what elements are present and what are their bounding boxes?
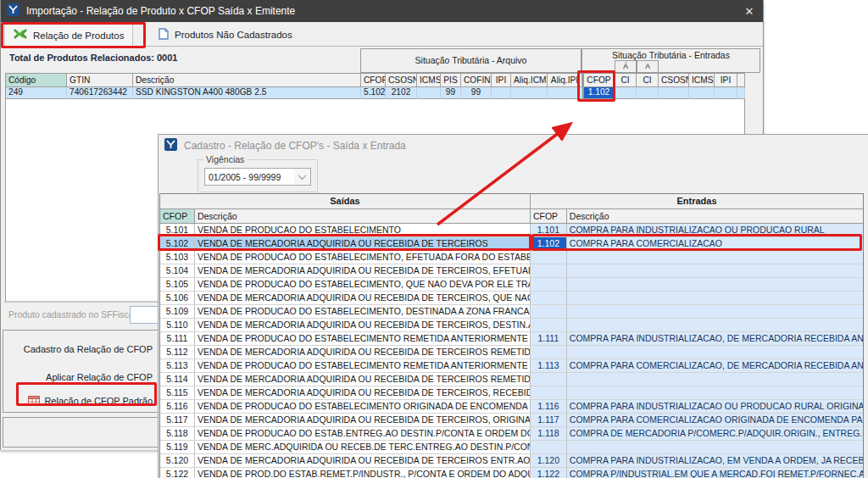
cfop-code-cell[interactable]: 5.116 [160, 400, 195, 413]
product-cell[interactable] [615, 87, 637, 99]
tab-produtos-nao-cadastrados[interactable]: Produtos Não Cadastrados [150, 24, 301, 46]
cfop-description-cell[interactable] [567, 346, 863, 358]
column-header-Código[interactable]: Código [6, 74, 67, 87]
cfop-description-cell[interactable]: VENDA DE PROD.DO ESTAB.REMET.P/INDUSTR.,… [195, 468, 531, 478]
column-header-CFOP[interactable]: CFOP [582, 74, 615, 87]
cfop-code-cell[interactable] [531, 319, 567, 331]
cfop-code-cell[interactable]: 5.119 [160, 441, 195, 453]
product-cell[interactable]: SSD KINGSTON A400 480GB 2.5 [133, 87, 361, 99]
cfop-description-cell[interactable]: VENDA DE PRODUCAO DO ESTABELECIMENTO, DE… [195, 305, 531, 318]
column-header-Aliq.ICMS[interactable]: Aliq.ICMS [511, 74, 548, 87]
cfop-code-cell[interactable]: 1.113 [531, 359, 567, 372]
cfop-row[interactable]: 5.120VENDA DE MERCADORIA ADQUIRIDA OU RE… [160, 454, 863, 468]
cfop-description-cell[interactable] [567, 386, 863, 399]
cfop-description-cell[interactable] [567, 251, 863, 264]
product-cell[interactable] [689, 87, 715, 99]
cfop-code-cell[interactable]: 1.117 [531, 414, 567, 426]
cfop-code-cell[interactable]: 1.102 [531, 237, 567, 250]
product-cell[interactable]: 99 [441, 87, 461, 99]
cfop-description-cell[interactable]: VENDA DE PRODUCAO DO ESTABELECIMENTO REM… [195, 332, 531, 345]
cfop-code-cell[interactable]: 5.117 [160, 414, 195, 426]
cfop-description-cell[interactable]: VENDA DE PRODUCAO DO ESTAB.ENTREG.AO DES… [195, 427, 531, 440]
cfop-description-cell[interactable]: VENDA DE PRODUCAO DO ESTABELECIMENTO ORI… [195, 400, 531, 413]
cfop-code-cell[interactable]: 5.115 [160, 386, 195, 399]
product-cell[interactable] [492, 87, 511, 99]
cfop-code-cell[interactable]: 5.106 [160, 292, 195, 304]
product-cell[interactable]: 5.102 [361, 87, 386, 99]
cfop-row[interactable]: 5.118VENDA DE PRODUCAO DO ESTAB.ENTREG.A… [160, 427, 863, 441]
product-cell[interactable] [637, 87, 659, 99]
column-header-CI[interactable]: CI [637, 74, 659, 87]
cfop-code-cell[interactable]: 5.109 [160, 305, 195, 318]
cfop-code-cell[interactable] [531, 292, 567, 304]
cfop-description-cell[interactable]: COMPRA PARA COMERCIALIZACAO [567, 237, 863, 250]
cfop-row[interactable]: 5.105VENDA DE PRODUCAO DO ESTABELECIMENT… [160, 278, 863, 292]
cfop-code-cell[interactable]: 5.101 [160, 224, 195, 236]
product-cell[interactable] [715, 87, 737, 99]
cfop-description-cell[interactable]: COMPRA PARA COMERCIALIZACAO, DE MERCADOR… [567, 359, 863, 372]
cfop-code-cell[interactable]: 5.105 [160, 278, 195, 291]
product-cell[interactable]: 1.102 [582, 87, 615, 99]
column-header-ICMS[interactable]: ICMS [689, 74, 715, 87]
cfop-code-cell[interactable] [531, 278, 567, 291]
cfop-code-cell[interactable]: 1.111 [531, 332, 567, 345]
product-table-row[interactable]: 249740617263442SSD KINGSTON A400 480GB 2… [6, 87, 745, 99]
cfop-description-cell[interactable]: VENDA DE PRODUCAO DO ESTABELECIMENTO REM… [195, 359, 531, 372]
column-header-Descrição[interactable]: Descrição [133, 74, 361, 87]
product-cell[interactable] [548, 87, 582, 99]
cfop-description-cell[interactable]: VENDA DE MERCADORIA ADQUIRIDA OU RECEBID… [195, 386, 531, 399]
entrada-cfop-column-header[interactable]: CFOP [531, 209, 567, 223]
cfop-description-cell[interactable]: COMPRA P/INDUSTRIAL.EM QUE A MERCAD.FOI … [567, 468, 863, 478]
cfop-code-cell[interactable] [531, 251, 567, 264]
cfop-code-cell[interactable]: 5.118 [160, 427, 195, 440]
cfop-description-cell[interactable] [567, 319, 863, 331]
cfop-code-cell[interactable]: 5.103 [160, 251, 195, 264]
cfop-description-cell[interactable] [567, 373, 863, 386]
product-cell[interactable] [417, 87, 441, 99]
cfop-code-cell[interactable] [531, 373, 567, 386]
cfop-description-cell[interactable]: VENDA DE MERCADORIA ADQUIRIDA OU RECEBID… [195, 264, 531, 277]
cfop-row[interactable]: 5.119VENDA DE MERC.ADQUIRIDA OU RECEB.DE… [160, 441, 863, 454]
cfop-description-cell[interactable]: VENDA DE PRODUCAO DO ESTABELECIMENTO, EF… [195, 251, 531, 264]
cfop-description-cell[interactable]: COMPRA PARA INDUSTRIALIZACAO, DE MERCADO… [567, 332, 863, 345]
cfop-code-cell[interactable]: 5.111 [160, 332, 195, 345]
cfop-description-cell[interactable]: COMPRA PARA COMERCIALIZACAO ORIGINADA DE… [567, 414, 863, 426]
cfop-description-cell[interactable]: VENDA DE MERC.ADQUIRIDA OU RECEB.DE TERC… [195, 441, 531, 453]
cfop-description-cell[interactable]: VENDA DE MERCADORIA ADQUIRIDA OU RECEBID… [195, 414, 531, 426]
cfop-row[interactable]: 5.103VENDA DE PRODUCAO DO ESTABELECIMENT… [160, 251, 863, 264]
cfop-row[interactable]: 5.114VENDA DE MERCADORIA ADQUIRIDA OU RE… [160, 373, 863, 386]
cfop-description-cell[interactable]: VENDA DE MERCADORIA ADQUIRIDA OU RECEBID… [195, 373, 531, 386]
cfop-description-cell[interactable]: COMPRA DE MERCADORIA P/COMERC.P/ADQUIR.O… [567, 427, 863, 440]
cfop-code-cell[interactable]: 1.120 [531, 454, 567, 467]
column-header-ICMS[interactable]: ICMS [417, 74, 441, 87]
cfop-code-cell[interactable]: 5.113 [160, 359, 195, 372]
column-header-GTIN[interactable]: GTIN [67, 74, 133, 87]
cfop-row[interactable]: 5.109VENDA DE PRODUCAO DO ESTABELECIMENT… [160, 305, 863, 319]
cfop-description-cell[interactable]: VENDA DE MERCADORIA ADQUIRIDA OU RECEBID… [195, 292, 531, 304]
product-cell[interactable]: 2102 [386, 87, 417, 99]
cfop-row[interactable]: 5.104VENDA DE MERCADORIA ADQUIRIDA OU RE… [160, 264, 863, 278]
vigencias-combobox[interactable]: 01/2005 - 99/9999 [204, 168, 311, 186]
column-header-PIS[interactable]: PIS [441, 74, 461, 87]
product-cell[interactable] [737, 87, 745, 99]
close-icon[interactable]: ✕ [737, 0, 761, 22]
cfop-code-cell[interactable] [531, 441, 567, 453]
product-cell[interactable]: 249 [6, 87, 67, 99]
cfop-code-cell[interactable]: 5.112 [160, 346, 195, 358]
cfop-description-cell[interactable]: VENDA DE MERCADORIA ADQUIRIDA OU RECEBID… [195, 346, 531, 358]
cfop-code-cell[interactable]: 5.114 [160, 373, 195, 386]
aplicar-relacao-cfop-button[interactable]: Aplicar Relação de CFOP [3, 366, 158, 388]
product-cell[interactable] [511, 87, 548, 99]
column-header-IPI[interactable]: IPI [715, 74, 737, 87]
cfop-code-cell[interactable]: 1.118 [531, 427, 567, 440]
cadastro-relacao-cfop-button[interactable]: Cadastro da Relação de CFOP [3, 338, 158, 360]
cfop-code-cell[interactable] [531, 264, 567, 277]
cfop-code-cell[interactable]: 5.102 [160, 237, 195, 250]
relacao-cfop-padrao-button[interactable]: Relação de CFOP Padrão [3, 390, 158, 412]
cfop-description-cell[interactable]: VENDA DE MERCADORIA ADQUIRIDA OU RECEBID… [195, 319, 531, 331]
cfop-row[interactable]: 5.111VENDA DE PRODUCAO DO ESTABELECIMENT… [160, 332, 863, 346]
product-cell[interactable] [659, 87, 689, 99]
cfop-description-cell[interactable]: COMPRA PARA INDUSTRIALIZACAO, EM VENDA A… [567, 454, 863, 467]
column-header-CSOSN[interactable]: CSOSN [386, 74, 417, 87]
column-header-COFINS[interactable]: COFINS [461, 74, 492, 87]
